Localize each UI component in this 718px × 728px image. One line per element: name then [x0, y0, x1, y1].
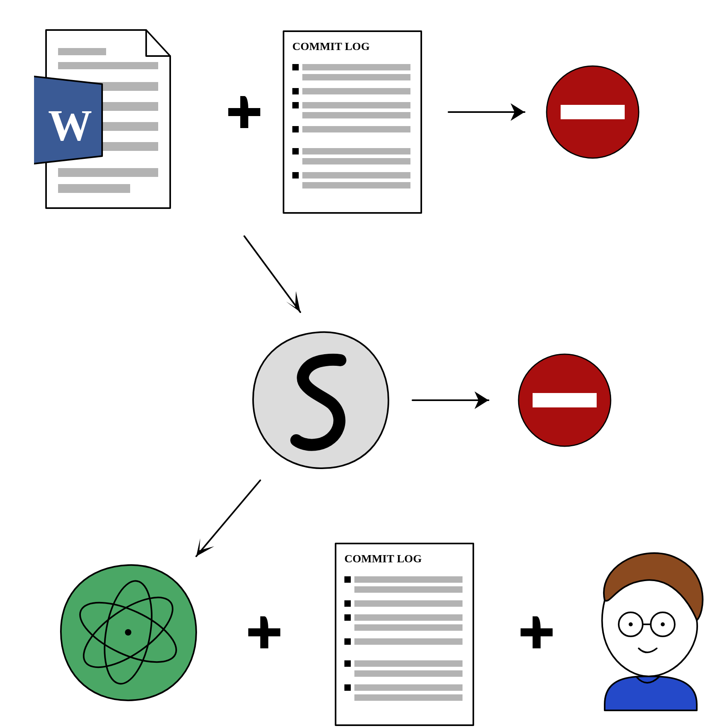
svg-rect-48: [344, 660, 351, 667]
svg-rect-44: [354, 614, 463, 621]
svg-line-28: [244, 236, 300, 312]
person-icon: [577, 544, 713, 712]
svg-rect-20: [302, 148, 410, 154]
commit-log-icon: COMMIT LOG: [332, 540, 477, 728]
arrow-right-icon: [444, 96, 541, 128]
svg-rect-19: [292, 148, 299, 154]
commit-log-entries: [292, 64, 410, 189]
svg-rect-9: [292, 64, 299, 70]
svg-rect-15: [302, 102, 410, 108]
svg-rect-16: [302, 112, 410, 118]
svg-point-58: [661, 622, 665, 626]
svg-rect-47: [354, 638, 463, 645]
svg-rect-45: [354, 624, 463, 631]
plus-icon: [244, 612, 284, 652]
svg-rect-13: [302, 88, 410, 94]
commit-log-title: COMMIT LOG: [344, 552, 422, 565]
svg-rect-43: [344, 614, 351, 621]
atom-circle-icon: [56, 560, 200, 704]
svg-rect-1: [58, 62, 158, 69]
svg-point-36: [125, 629, 131, 636]
svg-rect-24: [302, 182, 410, 189]
svg-rect-39: [354, 576, 463, 583]
plus-icon: [224, 92, 264, 132]
svg-rect-22: [292, 172, 299, 178]
commit-log-entries: [344, 576, 463, 701]
svg-rect-51: [344, 684, 351, 691]
svg-rect-11: [302, 74, 410, 80]
svg-rect-6: [58, 168, 158, 177]
svg-line-32: [196, 480, 260, 556]
svg-rect-27: [561, 105, 625, 119]
s-circle-icon: [248, 328, 392, 472]
svg-rect-40: [354, 586, 463, 593]
svg-rect-50: [354, 670, 463, 677]
svg-rect-31: [533, 393, 597, 407]
svg-point-57: [629, 622, 633, 626]
svg-rect-0: [58, 48, 106, 55]
svg-rect-42: [354, 600, 463, 607]
diagram-canvas: W COMMIT LOG S: [0, 0, 718, 728]
no-entry-icon: [517, 352, 613, 448]
svg-rect-18: [302, 126, 410, 132]
svg-rect-52: [354, 684, 463, 691]
svg-rect-41: [344, 600, 351, 607]
no-entry-icon: [545, 64, 641, 160]
commit-log-title: COMMIT LOG: [292, 40, 370, 52]
svg-rect-10: [302, 64, 410, 70]
word-letter: W: [48, 101, 92, 150]
word-document-icon: W: [34, 24, 182, 216]
svg-rect-17: [292, 126, 299, 132]
svg-rect-53: [354, 694, 463, 701]
svg-rect-46: [344, 638, 351, 645]
svg-rect-21: [302, 158, 410, 164]
arrow-down-right-icon: [232, 228, 320, 332]
svg-rect-23: [302, 172, 410, 178]
commit-log-icon: COMMIT LOG: [280, 28, 424, 216]
arrow-right-icon: [408, 384, 505, 416]
svg-rect-49: [354, 660, 463, 667]
svg-rect-7: [58, 184, 130, 193]
svg-rect-12: [292, 88, 299, 94]
svg-rect-38: [344, 576, 351, 583]
plus-icon: [517, 612, 557, 652]
svg-rect-14: [292, 102, 299, 108]
